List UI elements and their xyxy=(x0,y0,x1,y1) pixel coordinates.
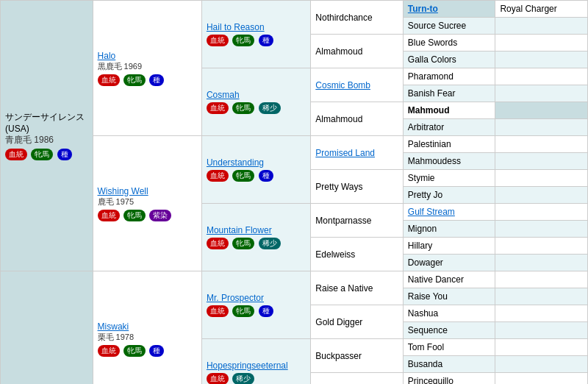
halo-info: 黒鹿毛 1969 xyxy=(98,61,197,72)
col5-busanda: Busanda xyxy=(403,356,495,373)
col6-empty6 xyxy=(495,136,588,153)
col1-horse2: ワキア(USA) 鹿毛 1987 血統 牝馬 稀少 xyxy=(1,271,93,385)
badge: 種 xyxy=(149,74,164,86)
badge-mare: 牝馬 xyxy=(31,149,53,160)
col3-mountain-flower: Mountain Flower 血統 牝馬 稀少 xyxy=(201,204,310,271)
badge-breed: 種 xyxy=(57,149,72,160)
col5-source-sucree: Source Sucree xyxy=(403,18,495,35)
col4-nothirdchance: Nothirdchance xyxy=(311,1,404,35)
col5-blue-swords: Blue Swords xyxy=(403,35,495,51)
col6-empty xyxy=(495,35,588,51)
col1-horse1: サンデーサイレンス(USA) 青鹿毛 1986 血統 牝馬 種 xyxy=(1,1,93,271)
col4-promised-land2: Promised Land xyxy=(311,136,404,170)
pedigree-table: サンデーサイレンス(USA) 青鹿毛 1986 血統 牝馬 種 Halo 黒鹿毛… xyxy=(0,0,588,384)
col4-almahmoud: Almahmoud xyxy=(311,35,404,68)
col6-empty11 xyxy=(495,221,588,238)
col6-empty12 xyxy=(495,238,588,255)
col3-understanding: Understanding 血統 牝馬 種 xyxy=(201,136,310,204)
col5-mahmoudess: Mahmoudess xyxy=(403,153,495,170)
col6-empty3 xyxy=(495,68,588,85)
col5-nashua: Nashua xyxy=(403,305,495,322)
miswaki-link[interactable]: Miswaki xyxy=(98,321,129,332)
col4-rose-bower: Rose Bower xyxy=(311,373,404,385)
halo-link[interactable]: Halo xyxy=(98,51,116,61)
col4-buckpasser: Buckpasser xyxy=(311,339,404,373)
col5-gulf-stream: Gulf Stream xyxy=(403,204,495,221)
horse1-info: 青鹿毛 1986 xyxy=(5,134,88,146)
col3-hopesprings: Hopespringseeternal 血統 稀少 xyxy=(201,339,310,385)
col6-empty4 xyxy=(495,85,588,102)
wishing-well-link[interactable]: Wishing Well xyxy=(98,186,148,196)
mr-prospector-link[interactable]: Mr. Prospector xyxy=(207,293,264,303)
col4-edelweiss: Edelweiss xyxy=(311,238,404,271)
gulf-stream-link[interactable]: Gulf Stream xyxy=(408,207,455,217)
col5-stymie: Stymie xyxy=(403,170,495,187)
badge: 牝馬 xyxy=(123,74,146,86)
mountain-flower-link[interactable]: Mountain Flower xyxy=(207,225,272,235)
col5-raise-you: Raise You xyxy=(403,288,495,305)
col6-source-sucree xyxy=(495,18,588,35)
col5-mahmoud: Mahmoud xyxy=(403,102,495,119)
royal-charger: Royal Charger xyxy=(500,4,556,14)
col4-promised-land: Cosmic Bomb xyxy=(311,68,404,102)
col6-royal-charger: Royal Charger xyxy=(495,1,588,18)
buckpasser: Buckpasser xyxy=(315,351,362,361)
hail-to-reason-link[interactable]: Hail to Reason xyxy=(207,22,265,32)
col4-montparnasse: Montparnasse xyxy=(311,204,404,238)
col6-empty20 xyxy=(495,373,588,385)
col6-empty13 xyxy=(495,255,588,271)
col5-hillary: Hillary xyxy=(403,238,495,255)
col5-princequillo: Princequillo xyxy=(403,373,495,385)
col5-banish-fear: Banish Fear xyxy=(403,85,495,102)
col5-palestinian: Palestinian xyxy=(403,136,495,153)
col6-empty16 xyxy=(495,305,588,322)
cosmah-link[interactable]: Cosmah xyxy=(207,90,240,100)
almahmoud2: Almahmoud xyxy=(315,114,362,124)
col6-empty15 xyxy=(495,288,588,305)
col5-mignon: Mignon xyxy=(403,221,495,238)
horse1-name: サンデーサイレンス(USA) xyxy=(5,111,88,134)
pretty-ways: Pretty Ways xyxy=(315,182,362,192)
horse1-badges: 血統 牝馬 種 xyxy=(5,149,88,160)
montparnasse: Montparnasse xyxy=(315,216,371,226)
col6-empty2 xyxy=(495,51,588,68)
promised-land-link[interactable]: Cosmic Bomb xyxy=(315,80,370,90)
col5-tom-fool: Tom Fool xyxy=(403,339,495,356)
col6-empty9 xyxy=(495,187,588,204)
col5-dowager: Dowager xyxy=(403,255,495,271)
gold-digger: Gold Digger xyxy=(315,317,362,327)
col2-halo: Halo 黒鹿毛 1969 血統 牝馬 種 xyxy=(93,1,201,136)
col4-pretty-ways: Pretty Ways xyxy=(311,170,404,204)
col6-empty7 xyxy=(495,153,588,170)
col6-empty17 xyxy=(495,322,588,339)
almahmoud: Almahmoud xyxy=(315,46,362,57)
wishing-well-info: 鹿毛 1975 xyxy=(98,196,197,207)
col4-almahmoud2: Almahmoud xyxy=(311,102,404,136)
col3-mr-prospector: Mr. Prospector 血統 牝馬 種 xyxy=(201,271,310,339)
col4-raise-a-native: Raise a Native xyxy=(311,271,404,305)
col6-empty18 xyxy=(495,339,588,356)
col6-empty14 xyxy=(495,271,588,288)
col3-hail-to-reason: Hail to Reason 血統 牝馬 種 xyxy=(201,1,310,68)
col6-mahmoud xyxy=(495,102,588,119)
col5-sequence: Sequence xyxy=(403,322,495,339)
col5-galla-colors: Galla Colors xyxy=(403,51,495,68)
badge: 血統 xyxy=(98,74,120,86)
hopesprings-link[interactable]: Hopespringseeternal xyxy=(207,360,288,371)
col2-miswaki: Miswaki 栗毛 1978 血統 牝馬 種 xyxy=(93,271,201,385)
col6-empty19 xyxy=(495,356,588,373)
col5-pretty-jo: Pretty Jo xyxy=(403,187,495,204)
badge-blood: 血統 xyxy=(5,149,27,160)
promised-land-link2[interactable]: Promised Land xyxy=(315,148,375,158)
turnto-link[interactable]: Turn-to xyxy=(408,4,438,14)
edelweiss: Edelweiss xyxy=(315,249,355,260)
col6-empty5 xyxy=(495,119,588,136)
col2-wishing-well: Wishing Well 鹿毛 1975 血統 牝馬 紫染 xyxy=(93,136,201,271)
col4-gold-digger: Gold Digger xyxy=(311,305,404,339)
col5-pharamond: Pharamond xyxy=(403,68,495,85)
nothirdchance: Nothirdchance xyxy=(315,13,372,23)
col6-empty8 xyxy=(495,170,588,187)
understanding-link[interactable]: Understanding xyxy=(207,157,264,168)
raise-a-native: Raise a Native xyxy=(315,283,373,294)
col6-empty10 xyxy=(495,204,588,221)
